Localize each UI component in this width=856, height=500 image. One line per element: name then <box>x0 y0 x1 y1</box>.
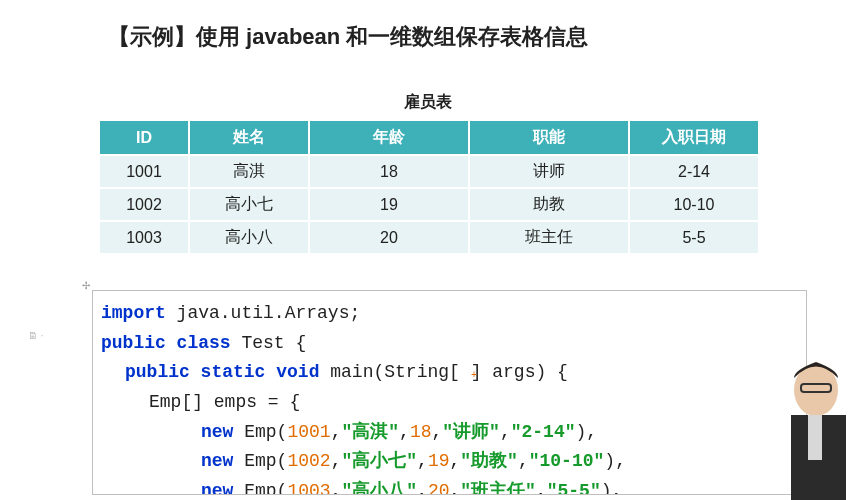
page-marker-icon: 🗎 · <box>28 330 44 341</box>
code-line: new Emp(1002,"高小七",19,"助教","10-10"), <box>101 447 798 477</box>
col-role: 职能 <box>469 120 629 155</box>
col-date: 入职日期 <box>629 120 759 155</box>
svg-rect-4 <box>808 415 822 460</box>
code-line: Emp[] emps = { <box>101 388 798 418</box>
cell: 10-10 <box>629 188 759 221</box>
table-caption: 雇员表 <box>98 92 758 113</box>
cell: 1001 <box>99 155 189 188</box>
cell: 1002 <box>99 188 189 221</box>
cell: 高小八 <box>189 221 309 254</box>
code-block: + import java.util.Arrays; public class … <box>92 290 807 495</box>
cell: 高淇 <box>189 155 309 188</box>
cell: 18 <box>309 155 469 188</box>
resize-handle-icon: ✢ <box>82 280 90 291</box>
page-title: 【示例】使用 javabean 和一维数组保存表格信息 <box>0 0 856 52</box>
employee-table: ID 姓名 年龄 职能 入职日期 1001 高淇 18 讲师 2-14 1002… <box>98 119 760 255</box>
col-age: 年龄 <box>309 120 469 155</box>
cell: 5-5 <box>629 221 759 254</box>
cell: 19 <box>309 188 469 221</box>
cell: 1003 <box>99 221 189 254</box>
code-line: public static void main(String[ ] args) … <box>101 358 798 388</box>
col-name: 姓名 <box>189 120 309 155</box>
col-id: ID <box>99 120 189 155</box>
cell: 讲师 <box>469 155 629 188</box>
table-header-row: ID 姓名 年龄 职能 入职日期 <box>99 120 759 155</box>
presenter-avatar <box>766 350 856 500</box>
table-row: 1002 高小七 19 助教 10-10 <box>99 188 759 221</box>
code-line: new Emp(1003,"高小八",20,"班主任","5-5"), <box>101 477 798 495</box>
code-line: new Emp(1001,"高淇",18,"讲师","2-14"), <box>101 418 798 448</box>
cell: 助教 <box>469 188 629 221</box>
marker-dot-icon: + <box>471 368 477 385</box>
code-line: public class Test { <box>101 329 798 359</box>
cell: 班主任 <box>469 221 629 254</box>
table-row: 1003 高小八 20 班主任 5-5 <box>99 221 759 254</box>
cell: 2-14 <box>629 155 759 188</box>
code-line: import java.util.Arrays; <box>101 299 798 329</box>
employee-table-wrap: 雇员表 ID 姓名 年龄 职能 入职日期 1001 高淇 18 讲师 2-14 … <box>98 92 758 255</box>
cell: 高小七 <box>189 188 309 221</box>
table-row: 1001 高淇 18 讲师 2-14 <box>99 155 759 188</box>
cell: 20 <box>309 221 469 254</box>
